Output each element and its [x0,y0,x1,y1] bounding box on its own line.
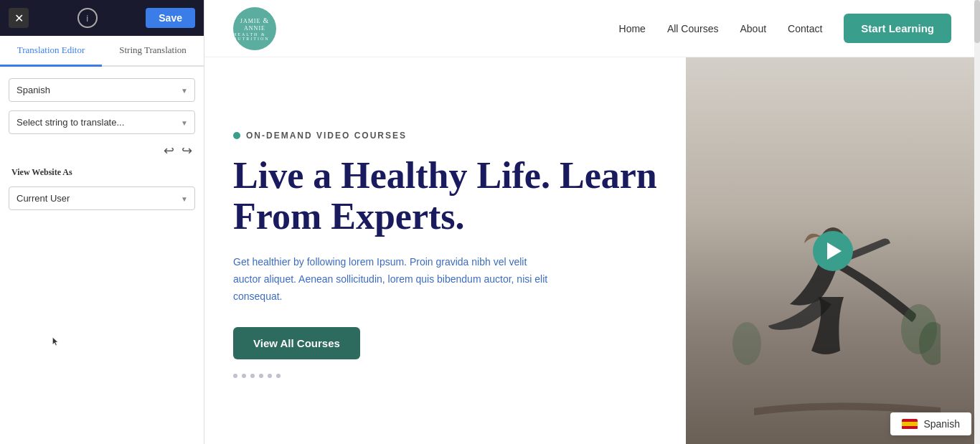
svg-point-3 [732,322,761,365]
hero-image: Spanish [686,57,980,444]
forward-arrow-button[interactable]: ↪ [182,143,192,159]
navbar: JAMIE & ANNIE HEALTH & NUTRITION Home Al… [204,0,980,57]
tab-translation-editor[interactable]: Translation Editor [0,36,102,67]
tabs-row: Translation Editor String Translation [0,36,204,67]
panel-body: Spanish French German Italian Select str… [0,67,204,222]
arrow-row: ↩ ↪ [9,143,195,159]
save-button[interactable]: Save [146,8,195,28]
dot-1 [233,374,237,378]
logo-name1: JAMIE [240,18,261,24]
nav-home[interactable]: Home [619,23,646,34]
close-button[interactable]: ✕ [9,8,29,28]
green-dot-icon [233,132,240,139]
dot-5 [268,374,272,378]
play-button[interactable] [813,231,853,271]
view-website-as-label: View Website As [9,167,195,178]
dot-3 [250,374,255,378]
left-panel: ✕ i Save Translation Editor String Trans… [0,0,204,444]
hero-left: ON-DEMAND VIDEO COURSES Live a Healthy L… [204,57,686,444]
dot-6 [276,374,281,378]
on-demand-text: ON-DEMAND VIDEO COURSES [246,131,407,141]
language-select-wrapper: Spanish French German Italian [9,78,195,102]
nav-all-courses[interactable]: All Courses [667,23,719,34]
logo-sub: HEALTH & NUTRITION [233,32,276,41]
top-bar: ✕ i Save [0,0,204,36]
hero-title: Live a Healthy Life. Learn From Experts. [233,155,657,237]
start-learning-button[interactable]: Start Learning [844,14,951,43]
nav-contact[interactable]: Contact [788,23,822,34]
view-as-select[interactable]: Current User Guest Admin [9,186,195,210]
hero-description: Get healthier by following lorem Ipsum. … [233,254,549,305]
logo-name2: ANNIE [244,25,265,32]
dot-4 [259,374,263,378]
nav-about[interactable]: About [740,23,766,34]
logo-ampersand: & [263,16,269,24]
cursor-icon [50,336,60,346]
logo-circle: JAMIE & ANNIE HEALTH & NUTRITION [233,7,276,50]
scrollbar[interactable] [974,0,980,444]
cursor-area [0,222,204,444]
info-button[interactable]: i [77,8,98,28]
string-select[interactable]: Select string to translate... [9,110,195,134]
tab-string-translation[interactable]: String Translation [102,36,204,67]
language-switcher[interactable]: Spanish [890,412,971,435]
on-demand-badge: ON-DEMAND VIDEO COURSES [233,131,657,141]
spain-flag-icon [902,419,918,430]
logo-text: JAMIE & ANNIE [233,16,276,33]
back-arrow-button[interactable]: ↩ [164,143,174,159]
scrollbar-thumb[interactable] [974,0,980,43]
logo-area: JAMIE & ANNIE HEALTH & NUTRITION [233,7,276,50]
main-content: JAMIE & ANNIE HEALTH & NUTRITION Home Al… [204,0,980,444]
dots-pattern [233,374,657,378]
dot-2 [242,374,246,378]
hero-section: ON-DEMAND VIDEO COURSES Live a Healthy L… [204,57,980,444]
string-select-wrapper: Select string to translate... [9,110,195,134]
flag-red-bottom [902,426,918,429]
language-switcher-label: Spanish [923,418,960,430]
view-all-courses-button[interactable]: View All Courses [233,327,360,359]
nav-links: Home All Courses About Contact Start Lea… [619,14,951,43]
play-icon [827,242,842,260]
yoga-figure-icon [725,186,941,430]
hero-right: Spanish [686,57,980,444]
view-as-select-wrapper: Current User Guest Admin [9,186,195,210]
language-select[interactable]: Spanish French German Italian [9,78,195,102]
